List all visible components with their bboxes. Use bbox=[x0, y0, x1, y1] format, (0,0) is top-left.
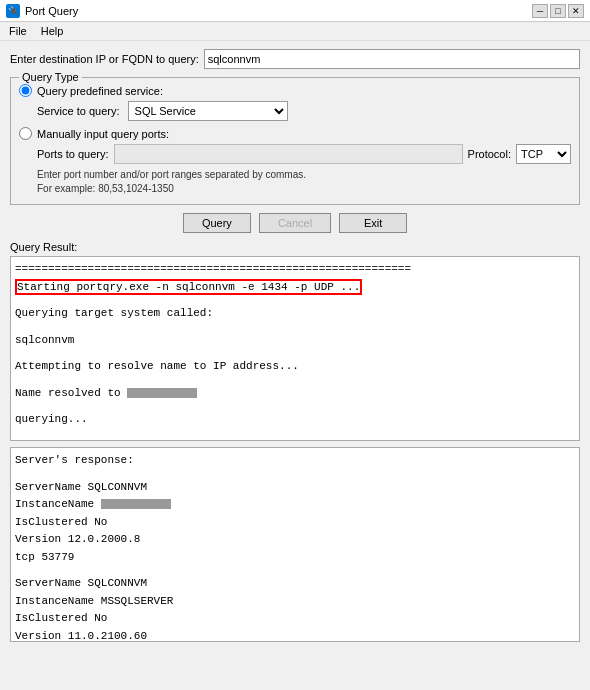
result-hostname: sqlconnvm bbox=[15, 332, 575, 349]
exit-button[interactable]: Exit bbox=[339, 213, 407, 233]
dest-label: Enter destination IP or FQDN to query: bbox=[10, 53, 199, 65]
result-resolving: Attempting to resolve name to IP address… bbox=[15, 358, 575, 375]
result-spacer bbox=[15, 376, 575, 384]
ports-row: Ports to query: Protocol: TCP UDP Both bbox=[37, 144, 571, 164]
result-spacer bbox=[15, 323, 575, 331]
manual-radio-label: Manually input query ports: bbox=[37, 128, 169, 140]
main-content: Enter destination IP or FQDN to query: Q… bbox=[0, 41, 590, 650]
predefined-radio-label: Query predefined service: bbox=[37, 85, 163, 97]
result-spacer bbox=[15, 402, 575, 410]
result-querying2: querying... bbox=[15, 411, 575, 428]
service-row: Service to query: SQL Service DNS FTP HT… bbox=[37, 101, 571, 121]
result-label: Query Result: bbox=[10, 241, 580, 253]
protocol-label: Protocol: bbox=[468, 148, 511, 160]
result-spacer bbox=[15, 349, 575, 357]
ports-input[interactable] bbox=[114, 144, 463, 164]
predefined-radio-row: Query predefined service: bbox=[19, 84, 571, 97]
titlebar-left: 🔌 Port Query bbox=[6, 4, 78, 18]
close-button[interactable]: ✕ bbox=[568, 4, 584, 18]
result-spacer bbox=[15, 470, 575, 478]
result-resolved: Name resolved to bbox=[15, 385, 575, 402]
destination-row: Enter destination IP or FQDN to query: bbox=[10, 49, 580, 69]
cancel-button[interactable]: Cancel bbox=[259, 213, 331, 233]
protocol-select[interactable]: TCP UDP Both bbox=[516, 144, 571, 164]
is-clustered-1: IsClustered No bbox=[15, 514, 575, 531]
result-spacer bbox=[15, 566, 575, 574]
ports-label: Ports to query: bbox=[37, 148, 109, 160]
minimize-button[interactable]: ─ bbox=[532, 4, 548, 18]
menu-help[interactable]: Help bbox=[38, 24, 67, 38]
hint-text: Enter port number and/or port ranges sep… bbox=[37, 168, 571, 196]
dest-input[interactable] bbox=[204, 49, 580, 69]
result-spacer bbox=[15, 296, 575, 304]
result-box[interactable]: ========================================… bbox=[10, 256, 580, 441]
titlebar-controls: ─ □ ✕ bbox=[532, 4, 584, 18]
menu-file[interactable]: File bbox=[6, 24, 30, 38]
version-1: Version 12.0.2000.8 bbox=[15, 531, 575, 548]
hint-line2: For example: 80,53,1024-1350 bbox=[37, 182, 571, 196]
query-type-group: Query Type Query predefined service: Ser… bbox=[10, 77, 580, 205]
instance-name-1: InstanceName bbox=[15, 496, 575, 513]
service-label: Service to query: bbox=[37, 105, 120, 117]
instance-name-2: InstanceName MSSQLSERVER bbox=[15, 593, 575, 610]
redacted-ip bbox=[127, 388, 197, 398]
result-querying: Querying target system called: bbox=[15, 305, 575, 322]
button-row: Query Cancel Exit bbox=[10, 213, 580, 233]
manual-radio[interactable] bbox=[19, 127, 32, 140]
server-response-label: Server's response: bbox=[15, 452, 575, 469]
tcp-1: tcp 53779 bbox=[15, 549, 575, 566]
is-clustered-2: IsClustered No bbox=[15, 610, 575, 627]
predefined-radio[interactable] bbox=[19, 84, 32, 97]
version-2: Version 11.0.2100.60 bbox=[15, 628, 575, 643]
titlebar: 🔌 Port Query ─ □ ✕ bbox=[0, 0, 590, 22]
server-response-box[interactable]: Server's response: ServerName SQLCONNVM … bbox=[10, 447, 580, 642]
menubar: File Help bbox=[0, 22, 590, 41]
result-line-start: Starting portqry.exe -n sqlconnvm -e 143… bbox=[15, 279, 575, 296]
hint-line1: Enter port number and/or port ranges sep… bbox=[37, 168, 571, 182]
titlebar-title: Port Query bbox=[25, 5, 78, 17]
app-icon: 🔌 bbox=[6, 4, 20, 18]
server-name-1: ServerName SQLCONNVM bbox=[15, 479, 575, 496]
query-button[interactable]: Query bbox=[183, 213, 251, 233]
manual-radio-row: Manually input query ports: bbox=[19, 127, 571, 140]
highlight-start: Starting portqry.exe -n sqlconnvm -e 143… bbox=[15, 279, 362, 295]
result-line: ========================================… bbox=[15, 261, 575, 278]
query-type-label: Query Type bbox=[19, 71, 82, 83]
server-name-2: ServerName SQLCONNVM bbox=[15, 575, 575, 592]
service-select[interactable]: SQL Service DNS FTP HTTP HTTPS SMTP Cust… bbox=[128, 101, 288, 121]
result-udp-status: UDP port 1434 (ms-sql-m service): LISTEN… bbox=[15, 438, 575, 442]
redacted-instance bbox=[101, 499, 171, 509]
result-spacer bbox=[15, 429, 575, 437]
maximize-button[interactable]: □ bbox=[550, 4, 566, 18]
